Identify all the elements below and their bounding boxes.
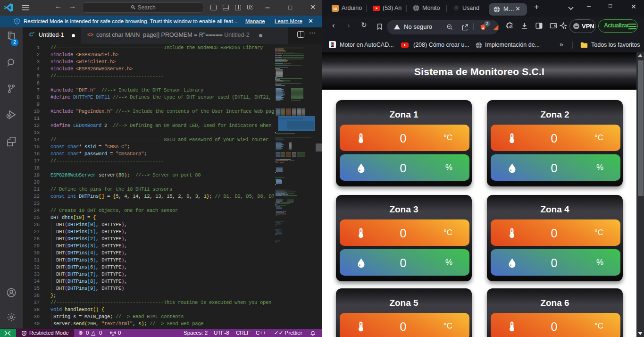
svg-text:ш: ш xyxy=(334,6,337,11)
